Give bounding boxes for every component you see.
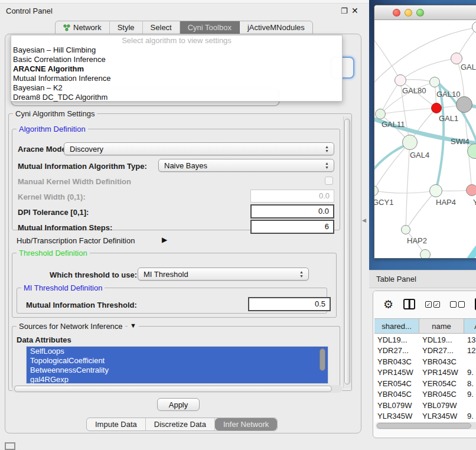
table-row[interactable]: YDL19... YDL19... 13	[374, 334, 476, 345]
dropdown-item-selected[interactable]: ARACNE Algorithm	[11, 64, 342, 74]
dropdown-item[interactable]: Bayesian – Hill Climbing	[11, 45, 342, 55]
network-canvas[interactable]: GAL GAL80 GAL10 GAL1 GAL11 SWI4 GAL4 GCY…	[374, 20, 476, 259]
tab-jactivemnodules-label: jActiveMNodules	[247, 23, 305, 32]
hub-section-label[interactable]: Hub/Transcription Factor Definition	[17, 236, 135, 245]
tab-cyni-toolbox[interactable]: Cyni Toolbox	[180, 21, 240, 34]
cell: 9.	[464, 412, 476, 420]
cell: YDL19...	[374, 335, 419, 344]
node-label: HAP2	[407, 236, 427, 245]
settings-hscrollbar-thumb[interactable]	[14, 386, 332, 392]
deselect-all-checkboxes-icon[interactable]	[450, 301, 465, 308]
network-view-window[interactable]: GAL GAL80 GAL10 GAL1 GAL11 SWI4 GAL4 GCY…	[374, 5, 476, 259]
column-header-name[interactable]: name	[419, 319, 464, 333]
tab-jactivemnodules[interactable]: jActiveMNodules	[240, 21, 312, 34]
tab-discretize-data[interactable]: Discretize Data	[146, 418, 215, 431]
cell: YLR345W	[419, 412, 464, 420]
tab-discretize-data-label: Discretize Data	[154, 420, 206, 429]
apply-button[interactable]: Apply	[157, 398, 200, 411]
aracne-mode-value: Discovery	[70, 145, 103, 154]
close-traffic-icon[interactable]	[393, 9, 400, 17]
dpi-tolerance-field[interactable]: 0.0	[250, 204, 334, 219]
node-gal11[interactable]	[375, 109, 386, 119]
minimize-traffic-icon[interactable]	[405, 9, 412, 17]
settings-group-title: Cyni Algorithm Settings	[13, 109, 97, 118]
table-row[interactable]: YBR043C YBR043C	[374, 356, 476, 367]
node-gray[interactable]	[456, 96, 472, 113]
float-window-icon[interactable]: ❐	[341, 6, 348, 15]
hub-section-expand-arrow-icon[interactable]: ▶	[162, 236, 167, 244]
dropdown-item[interactable]: Mutual Information Inference	[11, 74, 342, 83]
node-gal1-red[interactable]	[431, 103, 442, 113]
algorithm-definition-title: Algorithm Definition	[17, 125, 88, 133]
node-salmon[interactable]	[466, 184, 476, 196]
cell: YBL079W	[374, 401, 419, 410]
node-label: GCY1	[374, 198, 393, 207]
splitter-collapse-arrow[interactable]: ◀	[362, 217, 366, 223]
mi-steps-field[interactable]: 6	[250, 220, 334, 234]
table-hscrollbar-thumb[interactable]	[377, 423, 471, 429]
which-threshold-combo[interactable]: MI Threshold ▲▼	[138, 268, 309, 281]
columns-icon[interactable]	[403, 299, 415, 309]
list-item[interactable]: SelfLoops	[27, 347, 328, 356]
algorithm-dropdown-popup: Select algorithm to view settings Bayesi…	[11, 35, 343, 102]
tab-select-label: Select	[151, 23, 172, 32]
panel-title: Control Panel	[6, 6, 53, 15]
dropdown-item[interactable]: Bayesian – K2	[11, 83, 342, 93]
gear-icon[interactable]: ⚙	[383, 299, 393, 310]
node-gal4[interactable]	[402, 135, 418, 150]
cell: 13	[464, 335, 476, 344]
cell: YDL19...	[419, 335, 464, 344]
close-icon[interactable]: ✕	[351, 6, 358, 15]
mi-threshold-label: Mutual Information Threshold:	[26, 301, 137, 309]
table-row[interactable]: YBR045C YBR045C 9.	[374, 389, 476, 400]
settings-scrollbar-thumb[interactable]	[344, 119, 350, 384]
collapsed-panel-icon[interactable]	[5, 442, 15, 450]
tab-impute-data[interactable]: Impute Data	[87, 418, 146, 431]
zoom-traffic-icon[interactable]	[416, 9, 424, 17]
cell: YBR043C	[419, 357, 464, 366]
table-row[interactable]: YBL079W YBL079W	[374, 400, 476, 411]
tab-style-label: Style	[118, 23, 135, 32]
manual-kernel-label: Manual Kernel Width Definition	[18, 177, 131, 186]
data-attributes-list[interactable]: SelfLoops TopologicalCoefficient Between…	[26, 346, 328, 384]
node-label: GAL11	[382, 120, 405, 129]
table-row[interactable]: YDR27... YDR27... 12	[374, 345, 476, 357]
dpi-tolerance-label: DPI Tolerance [0,1]:	[18, 208, 89, 217]
column-header-shared[interactable]: shared...	[374, 319, 419, 333]
tab-network[interactable]: Network	[56, 21, 110, 34]
tab-select[interactable]: Select	[143, 21, 180, 34]
node-hap4[interactable]	[429, 184, 442, 197]
list-item[interactable]: TopologicalCoefficient	[27, 356, 328, 366]
checked-checkbox-icon: ✓	[425, 301, 432, 308]
dropdown-item[interactable]: Dream8 DC_TDC Algorithm	[11, 93, 342, 102]
attributes-scrollbar-thumb[interactable]	[319, 348, 325, 371]
node-label: GAL	[461, 63, 476, 71]
sources-collapse-arrow-icon[interactable]: ▼	[128, 322, 139, 329]
dropdown-item[interactable]: Basic Correlation Inference	[11, 55, 342, 64]
app-root: Control Panel ❐ ✕ Network Style Select C…	[0, 0, 476, 450]
node-unlabeled-bottom[interactable]	[420, 249, 431, 259]
node-hap2[interactable]	[401, 225, 410, 234]
tab-network-label: Network	[73, 23, 102, 32]
table-row[interactable]: YLR345W YLR345W 9.	[374, 411, 476, 422]
list-item[interactable]: BetweennessCentrality	[27, 366, 328, 375]
tab-infer-network[interactable]: Infer Network	[215, 418, 277, 431]
list-item[interactable]: gal4RGexp	[27, 375, 328, 384]
select-all-checkboxes-icon[interactable]: ✓ ✓	[425, 301, 440, 308]
table-row[interactable]: YPR145W YPR145W 9.	[374, 367, 476, 379]
table-panel-title: Table Panel	[376, 275, 416, 283]
node-gal80[interactable]	[395, 74, 406, 86]
column-header-partial[interactable]: A	[464, 319, 476, 333]
manual-kernel-checkbox[interactable]	[325, 177, 333, 185]
network-window-titlebar[interactable]	[374, 5, 476, 20]
cell: 9.	[464, 368, 476, 377]
table-row[interactable]: YER054C YER054C 8.	[374, 378, 476, 389]
table-body[interactable]: YDL19... YDL19... 13 YDR27... YDR27... 1…	[374, 334, 476, 422]
tab-style[interactable]: Style	[110, 21, 143, 34]
mi-type-combo[interactable]: Naive Bayes ▲▼	[158, 159, 334, 172]
node-gal10[interactable]	[429, 77, 440, 87]
combo-arrows-icon: ▲▼	[325, 161, 329, 169]
kernel-width-field[interactable]: 0.0	[250, 190, 334, 203]
mi-threshold-field[interactable]: 0.5	[248, 297, 331, 311]
aracne-mode-combo[interactable]: Discovery ▲▼	[64, 142, 334, 155]
